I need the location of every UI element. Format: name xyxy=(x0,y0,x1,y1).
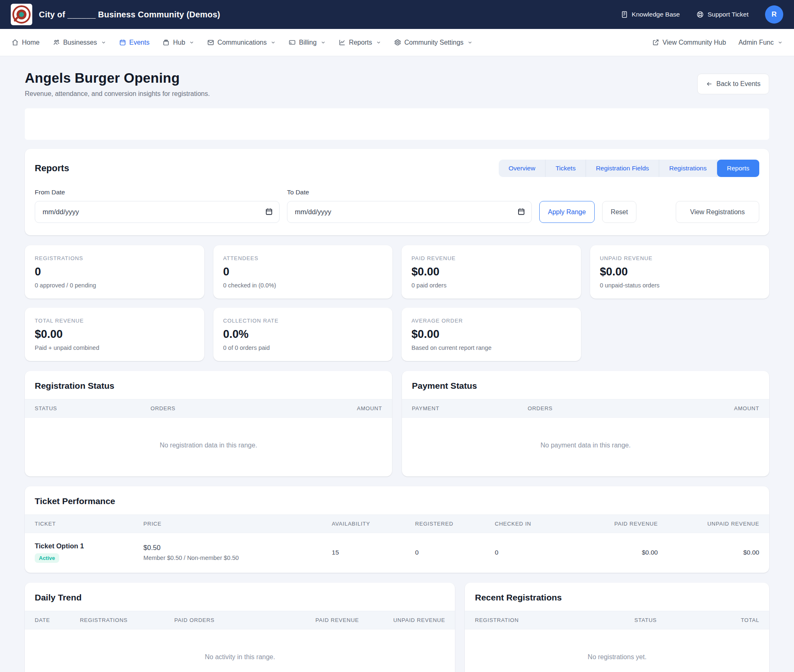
from-date-field: From Date xyxy=(35,189,280,223)
to-date-input[interactable] xyxy=(287,201,532,223)
registration-status-title: Registration Status xyxy=(25,371,392,399)
recent-registrations-header: REGISTRATION STATUS TOTAL xyxy=(465,611,769,629)
brand-title: City of ______ Business Community (Demos… xyxy=(39,10,220,19)
nav-label: Billing xyxy=(299,39,317,46)
nav-label: Events xyxy=(129,39,150,46)
column-header-unpaid-revenue: UNPAID REVENUE xyxy=(359,617,445,623)
nav-item-home[interactable]: Home xyxy=(12,39,40,46)
column-header-price: PRICE xyxy=(143,521,332,527)
stat-value: $0.00 xyxy=(600,265,760,278)
main-navbar: Home Businesses Events Hub Communication… xyxy=(0,29,794,56)
stat-value: $0.00 xyxy=(411,265,571,278)
nav-item-businesses[interactable]: Businesses xyxy=(53,39,106,46)
column-header-availability: AVAILABILITY xyxy=(332,521,415,527)
stat-value: 0.0% xyxy=(223,328,383,341)
from-date-label: From Date xyxy=(35,189,280,196)
top-header-bar: City of ______ Business Community (Demos… xyxy=(0,0,794,29)
people-icon xyxy=(53,39,60,46)
stat-label: AVERAGE ORDER xyxy=(411,318,571,324)
knowledge-base-link[interactable]: Knowledge Base xyxy=(621,11,680,18)
support-ticket-link[interactable]: Support Ticket xyxy=(696,11,749,18)
from-date-input[interactable] xyxy=(35,201,280,223)
stat-card-collection-rate: COLLECTION RATE 0.0% 0 of 0 orders paid xyxy=(213,308,393,361)
ticket-performance-header: TICKET PRICE AVAILABILITY REGISTERED CHE… xyxy=(25,514,769,533)
user-avatar[interactable]: R xyxy=(765,5,783,24)
stat-label: REGISTRATIONS xyxy=(35,255,194,261)
back-to-events-button[interactable]: Back to Events xyxy=(697,74,769,94)
stat-label: COLLECTION RATE xyxy=(223,318,383,324)
payment-status-empty-message: No payment data in this range. xyxy=(402,418,769,476)
ticket-price-detail: Member $0.50 / Non-member $0.50 xyxy=(143,555,332,561)
knowledge-base-label: Knowledge Base xyxy=(632,11,680,18)
status-badge: Active xyxy=(35,553,59,563)
arrow-left-icon xyxy=(706,81,713,87)
tab-overview[interactable]: Overview xyxy=(499,160,546,177)
tab-tickets[interactable]: Tickets xyxy=(545,160,586,177)
reports-card: Reports Overview Tickets Registration Fi… xyxy=(25,149,769,235)
column-header-checked-in: CHECKED IN xyxy=(495,521,575,527)
daily-trend-empty-message: No activity in this range. xyxy=(25,629,455,672)
payment-status-title: Payment Status xyxy=(402,371,769,399)
recent-registrations-card: Recent Registrations REGISTRATION STATUS… xyxy=(465,583,769,672)
nav-item-events[interactable]: Events xyxy=(119,39,150,46)
nav-item-community-settings[interactable]: Community Settings xyxy=(394,39,472,46)
column-header-payment: PAYMENT xyxy=(412,405,528,411)
envelope-icon xyxy=(207,39,214,46)
stat-value: 0 xyxy=(35,265,194,278)
nav-label: Reports xyxy=(349,39,372,46)
community-logo xyxy=(11,4,32,25)
stat-value: $0.00 xyxy=(35,328,194,341)
stat-sub: 0 paid orders xyxy=(411,282,571,289)
nav-item-billing[interactable]: Billing xyxy=(289,39,325,46)
page-subtitle: Revenue, attendance, and conversion insi… xyxy=(25,90,210,98)
column-header-amount: AMOUNT xyxy=(324,405,382,411)
ticket-name[interactable]: Ticket Option 1 xyxy=(35,542,143,550)
tab-registration-fields[interactable]: Registration Fields xyxy=(586,160,659,177)
nav-label: Community Settings xyxy=(404,39,464,46)
nav-item-hub[interactable]: Hub xyxy=(163,39,194,46)
empty-banner xyxy=(25,108,769,140)
column-header-unpaid-revenue: UNPAID REVENUE xyxy=(658,521,759,527)
registration-status-card: Registration Status STATUS ORDERS AMOUNT… xyxy=(25,371,392,476)
column-header-paid-orders: PAID ORDERS xyxy=(174,617,273,623)
nav-item-communications[interactable]: Communications xyxy=(207,39,275,46)
stat-card-paid-revenue: PAID REVENUE $0.00 0 paid orders xyxy=(402,245,581,299)
ticket-paid-revenue: $0.00 xyxy=(574,549,658,556)
reports-card-title: Reports xyxy=(35,163,69,174)
column-header-paid-revenue: PAID REVENUE xyxy=(574,521,658,527)
stat-card-unpaid-revenue: UNPAID REVENUE $0.00 0 unpaid-status ord… xyxy=(590,245,770,299)
chevron-down-icon xyxy=(376,40,381,45)
chevron-down-icon xyxy=(778,40,782,45)
view-community-hub-link[interactable]: View Community Hub xyxy=(652,39,726,46)
tab-reports[interactable]: Reports xyxy=(717,160,759,177)
chevron-down-icon xyxy=(321,40,325,45)
to-date-label: To Date xyxy=(287,189,532,196)
view-registrations-button[interactable]: View Registrations xyxy=(676,201,759,223)
reset-button[interactable]: Reset xyxy=(602,201,637,223)
chevron-down-icon xyxy=(101,40,106,45)
line-chart-icon xyxy=(339,39,346,46)
gear-icon xyxy=(394,39,401,46)
page-content: Angels Burger Opening Revenue, attendanc… xyxy=(0,56,794,672)
stat-card-registrations: REGISTRATIONS 0 0 approved / 0 pending xyxy=(25,245,204,299)
credit-card-icon xyxy=(289,39,296,46)
stat-sub: Paid + unpaid combined xyxy=(35,344,194,351)
admin-func-menu[interactable]: Admin Func xyxy=(739,39,782,46)
nav-item-reports[interactable]: Reports xyxy=(339,39,381,46)
daily-trend-title: Daily Trend xyxy=(25,583,455,611)
calendar-icon[interactable] xyxy=(517,208,525,215)
nav-label: Businesses xyxy=(63,39,97,46)
tab-registrations[interactable]: Registrations xyxy=(659,160,717,177)
daily-trend-header: DATE REGISTRATIONS PAID ORDERS PAID REVE… xyxy=(25,611,455,629)
stat-label: ATTENDEES xyxy=(223,255,383,261)
calendar-icon[interactable] xyxy=(265,208,273,215)
archive-box-icon xyxy=(163,39,170,46)
external-link-icon xyxy=(652,39,659,46)
stat-value: 0 xyxy=(223,265,383,278)
life-buoy-icon xyxy=(696,11,704,18)
to-date-field: To Date xyxy=(287,189,532,223)
apply-range-button[interactable]: Apply Range xyxy=(539,201,595,223)
recent-registrations-title: Recent Registrations xyxy=(465,583,769,611)
registration-status-empty-message: No registration data in this range. xyxy=(25,418,392,476)
ticket-unpaid-revenue: $0.00 xyxy=(658,549,759,556)
